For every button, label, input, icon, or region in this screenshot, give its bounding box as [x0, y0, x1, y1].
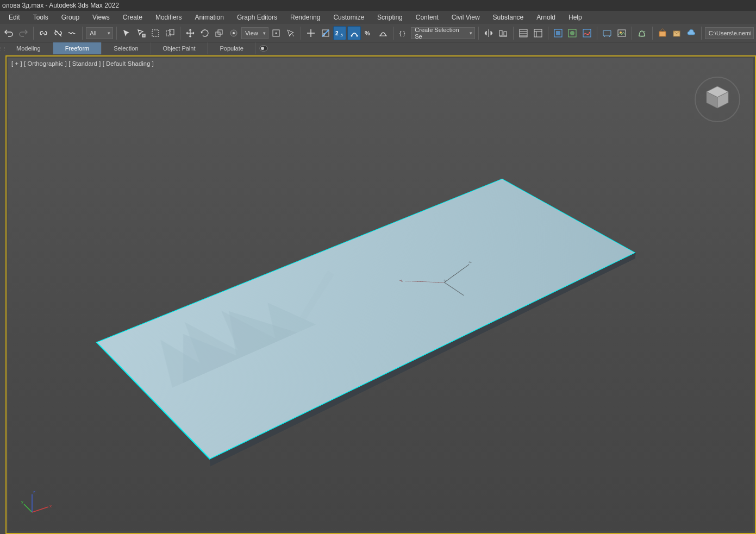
- reference-coord-dropdown[interactable]: View: [241, 27, 268, 39]
- cloud-render-button[interactable]: [684, 26, 697, 40]
- svg-line-38: [405, 271, 444, 292]
- toolbar-separator: [478, 27, 479, 40]
- ribbon-tab-populate[interactable]: Populate: [208, 42, 255, 54]
- ribbon-grip-icon[interactable]: ⋮⋮: [0, 42, 4, 54]
- window-crossing-button[interactable]: [164, 26, 177, 40]
- toolbar-separator: [301, 27, 301, 40]
- svg-rect-26: [603, 30, 611, 36]
- svg-line-41: [24, 504, 32, 512]
- window-title: олова 3д.max - Autodesk 3ds Max 2022: [2, 2, 119, 9]
- ribbon-bar: ⋮⋮ Modeling Freeform Selection Object Pa…: [0, 42, 756, 54]
- main-toolbar: All View 3 2.5: [0, 24, 756, 42]
- svg-rect-18: [504, 32, 507, 36]
- toolbar-separator: [33, 27, 34, 40]
- svg-line-39: [444, 282, 464, 295]
- toggle-layer-explorer-button[interactable]: [517, 26, 530, 40]
- menu-create[interactable]: Create: [116, 11, 149, 24]
- menu-content[interactable]: Content: [409, 11, 445, 24]
- menu-rendering[interactable]: Rendering: [284, 11, 327, 24]
- render-production-button[interactable]: [635, 26, 648, 40]
- redo-button[interactable]: [16, 26, 29, 40]
- ribbon-tab-freeform[interactable]: Freeform: [53, 42, 102, 54]
- menu-help[interactable]: Help: [562, 11, 589, 24]
- ribbon-expand-button[interactable]: [256, 42, 271, 54]
- angle-snap-button[interactable]: 2.5: [333, 26, 346, 40]
- select-by-name-button[interactable]: [135, 26, 148, 40]
- ribbon-tab-modeling[interactable]: Modeling: [4, 42, 53, 54]
- link-button[interactable]: [37, 26, 50, 40]
- maxscript-listener-button[interactable]: { }: [397, 26, 410, 40]
- named-selection-sets-label: Create Selection Se: [415, 27, 465, 40]
- menu-graph-editors[interactable]: Graph Editors: [230, 11, 284, 24]
- viewport-gutter[interactable]: [0, 55, 5, 534]
- toggle-scene-explorer-button[interactable]: [531, 26, 544, 40]
- toolbar-separator: [116, 27, 117, 40]
- svg-rect-17: [499, 30, 502, 36]
- transform-gizmo[interactable]: x y z: [379, 249, 509, 318]
- menu-substance[interactable]: Substance: [486, 11, 530, 24]
- selected-plane-object[interactable]: x y z: [96, 178, 636, 459]
- svg-point-13: [351, 35, 352, 36]
- snap-toggle-button[interactable]: 3: [318, 26, 332, 40]
- edged-faces-button[interactable]: [376, 26, 389, 40]
- unlink-button[interactable]: [51, 26, 64, 40]
- world-axis-x-label: x: [49, 504, 52, 508]
- ribbon-tab-selection[interactable]: Selection: [102, 42, 151, 54]
- active-viewport[interactable]: [ + ] [ Orthographic ] [ Standard ] [ De…: [5, 55, 756, 534]
- menu-customize[interactable]: Customize: [327, 11, 371, 24]
- menu-tools[interactable]: Tools: [27, 11, 55, 24]
- bind-space-warp-button[interactable]: [66, 26, 79, 40]
- svg-text:2: 2: [335, 30, 339, 36]
- undo-button[interactable]: [2, 26, 15, 40]
- project-path-field[interactable]: C:\Users\e.nemi: [705, 27, 754, 39]
- svg-rect-22: [556, 31, 560, 35]
- open-autodesk-store-button[interactable]: [655, 26, 668, 40]
- menu-views[interactable]: Views: [86, 11, 116, 24]
- keyboard-shortcut-override-button[interactable]: [304, 26, 317, 40]
- svg-rect-20: [534, 29, 542, 37]
- world-axis-tripod: x y z: [21, 488, 54, 520]
- toolbar-separator: [548, 27, 548, 40]
- select-manipulate-button[interactable]: [284, 26, 297, 40]
- percent-snap-button[interactable]: [347, 26, 360, 40]
- selection-filter-dropdown[interactable]: All: [86, 27, 113, 39]
- title-bar: олова 3д.max - Autodesk 3ds Max 2022: [0, 0, 756, 11]
- share-view-button[interactable]: [670, 26, 683, 40]
- menu-scripting[interactable]: Scripting: [371, 11, 409, 24]
- ribbon-tab-object-paint[interactable]: Object Paint: [151, 42, 208, 54]
- placement-button[interactable]: [227, 26, 240, 40]
- menu-edit[interactable]: Edit: [2, 11, 27, 24]
- curve-editor-button[interactable]: [580, 26, 593, 40]
- rectangle-select-button[interactable]: [149, 26, 162, 40]
- mirror-button[interactable]: [482, 26, 495, 40]
- align-button[interactable]: [496, 26, 509, 40]
- svg-rect-30: [659, 32, 666, 36]
- scale-button[interactable]: [213, 26, 226, 40]
- reference-coord-label: View: [245, 30, 258, 36]
- menu-civil-view[interactable]: Civil View: [445, 11, 486, 24]
- spinner-snap-button[interactable]: %: [362, 26, 375, 40]
- material-editor-button[interactable]: [566, 26, 579, 40]
- render-setup-button[interactable]: [601, 26, 614, 40]
- surface-artifact-icon: [118, 261, 372, 393]
- select-object-button[interactable]: [120, 26, 133, 40]
- menu-arnold[interactable]: Arnold: [530, 11, 562, 24]
- named-selection-sets-dropdown[interactable]: Create Selection Se: [411, 27, 475, 39]
- rendered-frame-window-button[interactable]: [615, 26, 628, 40]
- menu-modifiers[interactable]: Modifiers: [149, 11, 189, 24]
- toolbar-separator: [597, 27, 597, 40]
- menu-group[interactable]: Group: [55, 11, 86, 24]
- rotate-button[interactable]: [198, 26, 211, 40]
- viewport-canvas[interactable]: [ + ] [ Orthographic ] [ Standard ] [ De…: [8, 58, 753, 531]
- toolbar-separator: [652, 27, 653, 40]
- svg-text:3: 3: [323, 33, 325, 36]
- viewport-area: [ + ] [ Orthographic ] [ Standard ] [ De…: [5, 55, 756, 534]
- menu-animation[interactable]: Animation: [189, 11, 230, 24]
- use-pivot-center-button[interactable]: [270, 26, 283, 40]
- svg-text:.5: .5: [340, 33, 343, 37]
- move-button[interactable]: [184, 26, 197, 40]
- toolbar-separator: [180, 27, 180, 40]
- schematic-view-button[interactable]: [552, 26, 565, 40]
- svg-point-33: [261, 47, 264, 50]
- plane-top-face: x y z: [96, 178, 636, 459]
